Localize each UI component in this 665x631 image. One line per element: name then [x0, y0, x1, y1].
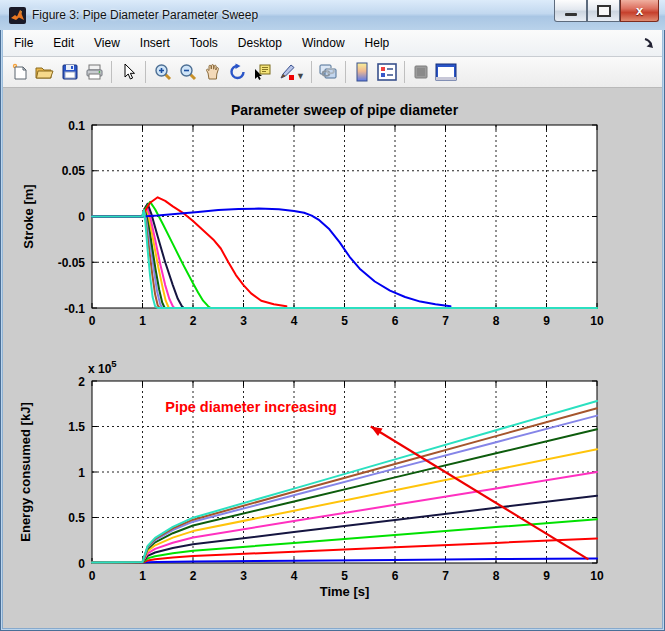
- menu-item[interactable]: View: [84, 31, 130, 56]
- menu-item[interactable]: Help: [355, 31, 400, 56]
- show-plot-tools-button[interactable]: [434, 60, 459, 85]
- hide-plot-tools-button[interactable]: [409, 60, 434, 85]
- data-cursor-button[interactable]: [250, 60, 275, 85]
- x-tick-label: 7: [442, 314, 449, 328]
- y-tick-label: 0.05: [62, 164, 86, 178]
- colorbar-icon: [355, 62, 369, 82]
- y-tick-label: 1.5: [68, 420, 85, 434]
- toolbar-separator: [145, 61, 146, 83]
- legend-icon: [377, 63, 397, 81]
- annotation-text: Pipe diameter increasing: [165, 399, 337, 415]
- x-tick-label: 0: [89, 314, 96, 328]
- link-plot-icon: [318, 63, 338, 81]
- rotate-3d-button[interactable]: [225, 60, 250, 85]
- y-tick-label: 1: [78, 466, 85, 480]
- insert-colorbar-button[interactable]: [350, 60, 375, 85]
- brush-dropdown-icon[interactable]: ▼: [296, 71, 305, 81]
- maximize-icon: [597, 5, 611, 17]
- zoom-in-icon: [154, 63, 172, 81]
- y-tick-label: 0.1: [68, 119, 85, 133]
- menu-item[interactable]: Window: [292, 31, 355, 56]
- window-title: Figure 3: Pipe Diameter Parameter Sweep: [32, 8, 258, 22]
- toolbar-separator: [111, 61, 112, 83]
- x-tick-label: 1: [139, 314, 146, 328]
- x-tick-label: 10: [590, 569, 604, 583]
- new-figure-button[interactable]: [7, 60, 32, 85]
- new-figure-icon: [11, 63, 29, 81]
- y-axis-label: Energy consumed [kJ]: [18, 402, 33, 541]
- y-tick-label: 0: [78, 210, 85, 224]
- x-tick-label: 3: [240, 569, 247, 583]
- x-tick-label: 7: [442, 569, 449, 583]
- hide-plot-tools-icon: [412, 63, 430, 81]
- y-axis-label: Stroke [m]: [21, 184, 36, 248]
- title-bar[interactable]: Figure 3: Pipe Diameter Parameter Sweep …: [0, 0, 665, 30]
- toolbar-separator: [404, 61, 405, 83]
- print-figure-button[interactable]: [82, 60, 107, 85]
- x-tick-label: 8: [493, 314, 500, 328]
- menu-item[interactable]: Insert: [130, 31, 180, 56]
- minimize-icon: [565, 13, 577, 16]
- x-axis-label: Time [s]: [320, 584, 370, 599]
- figure-canvas: 012345678910-0.1-0.0500.050.1Parameter s…: [3, 89, 662, 628]
- x-tick-label: 9: [543, 314, 550, 328]
- menu-item[interactable]: File: [3, 31, 43, 56]
- x-tick-label: 0: [89, 569, 96, 583]
- chart-title: Parameter sweep of pipe diameter: [231, 102, 459, 118]
- x-tick-label: 6: [392, 314, 399, 328]
- open-file-button[interactable]: [32, 60, 57, 85]
- figure-window: Figure 3: Pipe Diameter Parameter Sweep …: [0, 0, 665, 631]
- zoom-in-button[interactable]: [150, 60, 175, 85]
- close-button[interactable]: x: [620, 0, 659, 22]
- y-tick-label: -0.05: [58, 256, 86, 270]
- rotate-3d-icon: [229, 63, 247, 81]
- menu-bar: FileEditViewInsertToolsDesktopWindowHelp: [3, 30, 662, 57]
- minimize-button[interactable]: [554, 0, 587, 22]
- zoom-out-icon: [179, 63, 197, 81]
- y-tick-label: 2: [78, 375, 85, 389]
- pan-hand-icon: [204, 63, 222, 81]
- save-icon: [61, 63, 79, 81]
- close-icon: x: [636, 3, 643, 18]
- x-tick-label: 2: [190, 314, 197, 328]
- menu-item[interactable]: Edit: [43, 31, 84, 56]
- data-cursor-icon: [253, 63, 272, 81]
- y-tick-label: 0.5: [68, 511, 85, 525]
- x-tick-label: 1: [139, 569, 146, 583]
- open-folder-icon: [35, 63, 54, 81]
- print-icon: [85, 63, 104, 81]
- toolbar-separator: [311, 61, 312, 83]
- x-tick-label: 9: [543, 569, 550, 583]
- y-tick-label: -0.1: [64, 302, 85, 316]
- menu-item[interactable]: Tools: [180, 31, 228, 56]
- x-tick-label: 10: [590, 314, 604, 328]
- x-tick-label: 3: [240, 314, 247, 328]
- x-tick-label: 5: [341, 314, 348, 328]
- x-tick-label: 4: [291, 314, 298, 328]
- brush-icon: [278, 63, 297, 81]
- x-tick-label: 4: [291, 569, 298, 583]
- insert-legend-button[interactable]: [375, 60, 400, 85]
- maximize-button[interactable]: [587, 0, 620, 22]
- matlab-icon: [9, 7, 26, 24]
- toolbar-separator: [345, 61, 346, 83]
- pan-button[interactable]: [200, 60, 225, 85]
- save-figure-button[interactable]: [57, 60, 82, 85]
- menu-item[interactable]: Desktop: [228, 31, 292, 56]
- y-axis-exponent: x 105: [88, 358, 117, 376]
- cursor-arrow-icon: [121, 63, 137, 81]
- x-tick-label: 5: [341, 569, 348, 583]
- link-plot-button[interactable]: [316, 60, 341, 85]
- x-tick-label: 6: [392, 569, 399, 583]
- dock-figure-arrow-icon[interactable]: [642, 36, 656, 50]
- x-tick-label: 2: [190, 569, 197, 583]
- y-tick-label: 0: [78, 557, 85, 571]
- cursor-arrow-button[interactable]: [116, 60, 141, 85]
- figure-toolbar: ▼: [3, 57, 662, 88]
- x-tick-label: 8: [493, 569, 500, 583]
- show-plot-tools-icon: [435, 63, 457, 81]
- zoom-out-button[interactable]: [175, 60, 200, 85]
